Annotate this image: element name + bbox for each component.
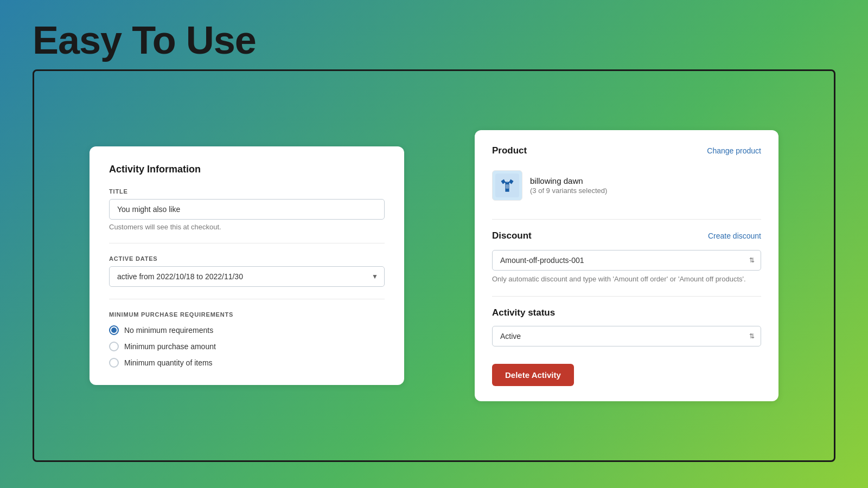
radio-circle-no-minimum [109,325,119,335]
radio-label-min-quantity: Minimum quantity of items [124,358,213,367]
divider-2 [109,299,385,299]
discount-section-header: Discount Create discount [492,230,761,241]
radio-circle-min-quantity [109,358,119,368]
radio-item-no-minimum[interactable]: No minimum requirements [109,325,385,335]
product-section-header: Product Change product [492,145,761,156]
discount-select[interactable]: Amount-off-products-001 [492,250,761,271]
divider-1 [109,243,385,243]
status-select[interactable]: Active Inactive [492,326,761,346]
radio-label-min-purchase: Minimum purchase amount [124,342,216,351]
title-label: TITLE [109,188,385,195]
radio-item-min-purchase[interactable]: Minimum purchase amount [109,342,385,351]
radio-circle-min-purchase [109,342,119,351]
discount-section-title: Discount [492,230,532,241]
product-discount-card: Product Change product [475,130,778,401]
radio-label-no-minimum: No minimum requirements [124,326,213,335]
left-card-title: Activity Information [109,164,385,175]
delete-activity-button[interactable]: Delete Activity [492,364,574,386]
status-select-wrapper: Active Inactive ⇅ [492,326,761,346]
content-area: Activity Information TITLE Customers wil… [33,69,835,462]
product-info: billowing dawn (3 of 9 variants selected… [530,176,607,195]
page-title: Easy To Use [33,18,256,62]
jersey-icon [495,174,519,197]
title-input[interactable] [109,199,385,220]
dates-select-wrapper: active from 2022/10/18 to 2022/11/30 ▼ [109,266,385,287]
create-discount-button[interactable]: Create discount [708,232,761,240]
product-row: billowing dawn (3 of 9 variants selected… [492,165,761,206]
title-helper-text: Customers will see this at checkout. [109,223,385,231]
product-variants: (3 of 9 variants selected) [530,187,607,195]
product-section-title: Product [492,145,527,156]
dates-select[interactable]: active from 2022/10/18 to 2022/11/30 [109,266,385,287]
section-divider-2 [492,296,761,297]
section-divider-1 [492,219,761,220]
activity-status-section: Activity status Active Inactive ⇅ [492,307,761,346]
discount-section: Discount Create discount Amount-off-prod… [492,230,761,283]
product-name: billowing dawn [530,176,607,185]
svg-rect-1 [506,184,509,189]
change-product-button[interactable]: Change product [707,146,761,155]
discount-hint: Only automatic discount and type with 'A… [492,275,761,283]
product-thumbnail [492,170,522,201]
min-req-label: MINIMUM PURCHASE REQUIREMENTS [109,311,385,318]
radio-item-min-quantity[interactable]: Minimum quantity of items [109,358,385,368]
status-section-title: Activity status [492,307,761,318]
product-section: Product Change product [492,145,761,206]
radio-group: No minimum requirements Minimum purchase… [109,325,385,368]
dates-label: ACTIVE DATES [109,255,385,262]
activity-information-card: Activity Information TITLE Customers wil… [90,146,404,385]
discount-select-wrapper: Amount-off-products-001 ⇅ [492,250,761,271]
